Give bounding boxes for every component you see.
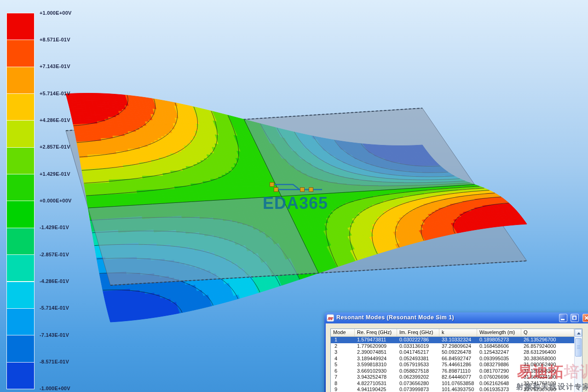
training-watermark: 易迪拓培训 <box>517 362 588 382</box>
table-cell: 9 <box>331 386 355 392</box>
table-header-row: ModeRe. Freq (GHz)Im. Freq (GHz)kWavelen… <box>331 329 574 337</box>
column-header-q[interactable]: Q <box>521 329 574 336</box>
column-header-re-freq-ghz[interactable]: Re. Freq (GHz) <box>355 329 397 336</box>
table-cell: 0.093995035 <box>477 356 521 362</box>
scrollbar-thumb[interactable] <box>575 338 582 357</box>
table-cell: 0.052493381 <box>397 356 439 362</box>
table-cell: 0.062399202 <box>397 374 439 380</box>
table-cell: 75.44661286 <box>439 362 477 368</box>
table-cell: 3 <box>331 349 355 356</box>
table-cell: 3.599818310 <box>355 362 397 368</box>
arrow-up-icon <box>577 332 581 334</box>
table-cell: 8 <box>331 380 355 387</box>
table-cell: 4.822710531 <box>355 380 397 387</box>
table-cell: 0.081707290 <box>477 368 521 375</box>
table-cell: 37.29809624 <box>439 343 477 350</box>
column-header-im-freq-ghz[interactable]: Im. Freq (GHz) <box>397 329 439 336</box>
table-cell: 101.46393750 <box>439 386 477 392</box>
dialog-title: Resonant Modes (Resonant Mode Sim 1) <box>336 314 454 321</box>
table-cell: 0.073656280 <box>397 380 439 387</box>
table-cell: 28.631296400 <box>521 349 574 356</box>
table-cell: 4.941190425 <box>355 386 397 392</box>
table-cell: 76.89871110 <box>439 368 477 375</box>
table-cell: 0.041745217 <box>397 349 439 356</box>
application-viewport: { "app": { "background_top": "#dcedfb", … <box>0 0 588 392</box>
table-row[interactable]: 11.5794738110.03022278633.103323240.1898… <box>331 337 574 343</box>
table-cell: 101.07653858 <box>439 380 477 387</box>
table-cell: 0.033136019 <box>397 343 439 350</box>
table-cell: 30.383658000 <box>521 356 574 362</box>
table-row[interactable]: 32.3900748510.04174521750.092264780.1254… <box>331 349 574 356</box>
table-cell: 82.64446077 <box>439 374 477 380</box>
scroll-up-button[interactable] <box>575 329 582 337</box>
table-row[interactable]: 21.7796209090.03313601937.298096240.1684… <box>331 343 574 350</box>
minimize-icon <box>561 319 565 320</box>
column-header-mode[interactable]: Mode <box>331 329 355 336</box>
table-cell: 0.168458606 <box>477 343 521 350</box>
minimize-button[interactable] <box>559 314 567 322</box>
table-cell: 0.058827518 <box>397 368 439 375</box>
eda365-watermark: EDA365 <box>263 194 328 213</box>
thumb-grip-icon <box>577 346 580 349</box>
column-header-k[interactable]: k <box>439 329 477 336</box>
table-cell: 33.10332324 <box>439 337 477 343</box>
table-cell: 2.390074851 <box>355 349 397 356</box>
table-cell: 3.943252478 <box>355 374 397 380</box>
table-cell: 1.779620909 <box>355 343 397 350</box>
table-cell: 50.09226478 <box>439 349 477 356</box>
table-cell: 0.189805273 <box>477 337 521 343</box>
table-cell: 3.669102930 <box>355 368 397 375</box>
table-cell: 0.073999873 <box>397 386 439 392</box>
table-cell: 2 <box>331 343 355 350</box>
dialog-titlebar[interactable]: Resonant Modes (Resonant Mode Sim 1) <box>324 312 588 323</box>
table-cell: 4 <box>331 356 355 362</box>
table-cell: 0.057919533 <box>397 362 439 368</box>
table-cell: 7 <box>331 374 355 380</box>
close-button[interactable] <box>582 314 588 322</box>
table-cell: 0.061935373 <box>477 386 521 392</box>
training-subtitle-watermark: 射频和天线设计专家 <box>516 382 588 392</box>
maximize-icon <box>572 316 576 320</box>
table-cell: 3.189449924 <box>355 356 397 362</box>
column-header-wavelength-m[interactable]: Wavelength (m) <box>477 329 521 336</box>
table-cell: 1.579473811 <box>355 337 397 343</box>
maximize-button[interactable] <box>571 314 579 322</box>
table-cell: 0.125432247 <box>477 349 521 356</box>
table-cell: 26.135296700 <box>521 337 574 343</box>
table-cell: 0.062162648 <box>477 380 521 387</box>
table-cell: 1 <box>331 337 355 343</box>
table-cell: 0.076026696 <box>477 374 521 380</box>
app-logo-icon <box>327 314 334 322</box>
table-cell: 0.030222786 <box>397 337 439 343</box>
table-cell: 0.083279886 <box>477 362 521 368</box>
table-cell: 26.857924000 <box>521 343 574 350</box>
table-cell: 66.84592747 <box>439 356 477 362</box>
table-cell: 6 <box>331 368 355 375</box>
table-row[interactable]: 43.1894499240.05249338166.845927470.0939… <box>331 356 574 362</box>
table-cell: 5 <box>331 362 355 368</box>
